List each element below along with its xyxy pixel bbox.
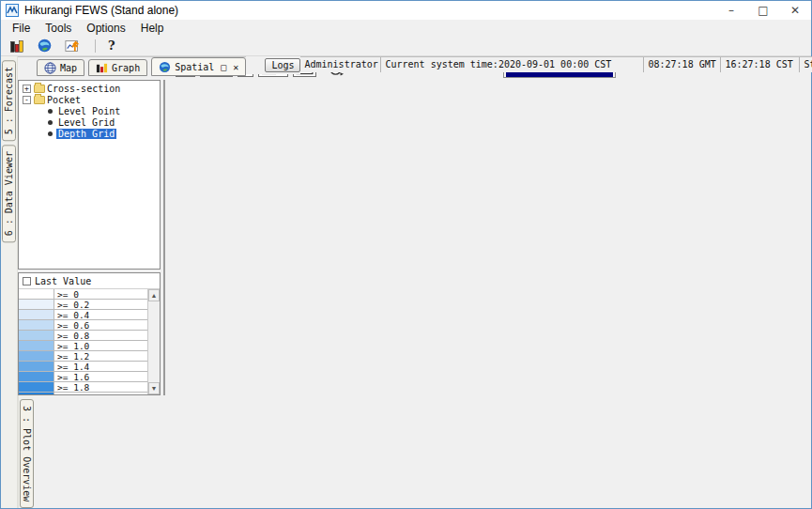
tree-item-label: Pocket: [45, 95, 83, 105]
legend-swatch: [19, 382, 54, 392]
tree-item-label: Level Grid: [56, 117, 116, 128]
chart-arrow-icon: [65, 38, 82, 54]
menu-help[interactable]: Help: [133, 22, 172, 35]
tree-item-pocket[interactable]: -Pocket: [21, 94, 160, 105]
tree-item-level-grid[interactable]: Level Grid: [21, 116, 160, 128]
legend-row: >= 2.0: [19, 393, 147, 394]
legend-row: >= 1.8: [19, 382, 147, 393]
side-tab-data-viewer[interactable]: 6 : Data Viewer: [2, 145, 16, 242]
globe-icon: [159, 61, 171, 73]
tree-item-depth-grid[interactable]: Depth Grid: [21, 128, 160, 139]
legend-row: >= 1.2: [19, 351, 147, 362]
tree-item-label: Cross-section: [45, 84, 122, 94]
maximize-button[interactable]: □: [747, 1, 779, 20]
menu-file[interactable]: File: [5, 22, 38, 35]
status-local-time: 16:27:18 CST: [721, 57, 800, 72]
legend-label: >= 1.2: [54, 351, 147, 361]
legend-label: >= 1.0: [54, 341, 147, 350]
tree-item-label: Depth Grid: [56, 129, 116, 139]
legend-row: >= 0: [19, 289, 147, 300]
bottom-tab-bar: Map Graph Spatial □ ✕: [18, 56, 246, 76]
legend-label: >= 0.6: [54, 320, 147, 330]
legend-swatch: [19, 362, 54, 371]
legend-swatch: [19, 351, 54, 361]
tab-graph-label: Graph: [112, 63, 140, 73]
explorer-bars-button[interactable]: [7, 37, 26, 55]
legend-row: >= 0.6: [19, 320, 147, 331]
tab-spatial-label: Spatial: [175, 62, 214, 72]
legend-swatch: [19, 320, 54, 330]
window-title: Hikurangi FEWS (Stand alone): [24, 4, 178, 17]
tab-map-label: Map: [60, 63, 77, 73]
help-button[interactable]: ?: [108, 39, 115, 53]
minimize-button[interactable]: –: [715, 1, 747, 20]
last-value-label: Last Value: [35, 276, 91, 286]
legend-label: >= 0.4: [54, 310, 147, 319]
legend-swatch: [19, 372, 54, 381]
legend-label: >= 1.4: [54, 362, 147, 371]
map-viewport[interactable]: API Key Required: [163, 80, 165, 395]
legend-panel: Last Value >= 0>= 0.2>= 0.4>= 0.6>= 0.8>…: [18, 272, 161, 395]
main-toolbar: ?: [1, 36, 811, 56]
left-tab-strip: 5 : Forecast6 : Data Viewer: [1, 56, 18, 508]
logs-button[interactable]: Logs: [265, 58, 300, 72]
tree-item-cross-section[interactable]: +Cross-section: [21, 83, 160, 94]
legend-swatch: [19, 331, 54, 340]
bar-chart-icon: [96, 62, 108, 74]
legend-label: >= 1.6: [54, 372, 147, 381]
legend-swatch: [19, 393, 54, 394]
legend-label: >= 1.8: [54, 382, 147, 392]
layer-tree: +Cross-section-PocketLevel PointLevel Gr…: [18, 80, 161, 270]
side-tab-forecast[interactable]: 5 : Forecast: [2, 60, 16, 141]
globe-icon: [37, 38, 53, 54]
menu-options[interactable]: Options: [79, 22, 132, 35]
legend-swatch: [19, 341, 54, 350]
tab-float-button[interactable]: □: [221, 62, 226, 72]
status-bar: Administrator Current system time:2020-0…: [300, 56, 812, 72]
scroll-up-button[interactable]: ▲: [148, 289, 160, 301]
node-bullet-icon: [48, 109, 53, 114]
map-display-button[interactable]: [35, 37, 54, 55]
legend-label: >= 0.8: [54, 331, 147, 340]
legend-row: >= 0.8: [19, 331, 147, 341]
tab-close-button[interactable]: ✕: [233, 62, 238, 72]
tree-item-label: Level Point: [56, 106, 122, 116]
tab-map[interactable]: Map: [37, 59, 84, 76]
node-bullet-icon: [48, 131, 53, 136]
logs-row: Logs: [246, 56, 300, 74]
legend-scrollbar[interactable]: ▲ ▼: [147, 289, 160, 394]
legend-label: >= 0: [54, 289, 147, 299]
status-mode: Stand alone: [800, 57, 812, 72]
legend-row: >= 0.2: [19, 300, 147, 310]
status-gmt-time: 08:27:18 GMT: [644, 57, 721, 72]
legend-label: >= 0.2: [54, 300, 147, 309]
title-bar: Hikurangi FEWS (Stand alone) – □ ✕: [1, 1, 811, 20]
legend-swatch: [19, 300, 54, 309]
legend-swatch: [19, 310, 54, 319]
legend-label: >= 2.0: [54, 393, 147, 394]
tree-expander-icon[interactable]: -: [23, 96, 31, 104]
app-logo-icon: [6, 4, 19, 17]
tab-spatial[interactable]: Spatial □ ✕: [151, 57, 246, 76]
node-bullet-icon: [48, 120, 53, 125]
last-value-checkbox[interactable]: [23, 277, 31, 285]
menu-tools[interactable]: Tools: [38, 22, 79, 35]
legend-row: >= 1.0: [19, 341, 147, 351]
toolbar-separator: [95, 39, 96, 53]
bar-chart-icon: [8, 38, 25, 54]
tab-plot-overview[interactable]: 3 : Plot Overview: [20, 399, 34, 508]
legend-row: >= 1.4: [19, 362, 147, 372]
legend-list: >= 0>= 0.2>= 0.4>= 0.6>= 0.8>= 1.0>= 1.2…: [19, 289, 147, 394]
tree-item-level-point[interactable]: Level Point: [21, 105, 160, 116]
tree-expander-icon[interactable]: +: [23, 85, 31, 93]
time-span-bar: [506, 72, 613, 77]
folder-icon: [34, 85, 45, 93]
legend-row: >= 1.6: [19, 372, 147, 382]
close-button[interactable]: ✕: [779, 1, 811, 20]
folder-icon: [34, 96, 45, 104]
legend-row: >= 0.4: [19, 310, 147, 320]
timeseries-dialog-button[interactable]: [63, 37, 83, 55]
scroll-down-button[interactable]: ▼: [148, 382, 160, 394]
tab-graph[interactable]: Graph: [88, 59, 147, 76]
status-user: Administrator: [300, 57, 381, 72]
